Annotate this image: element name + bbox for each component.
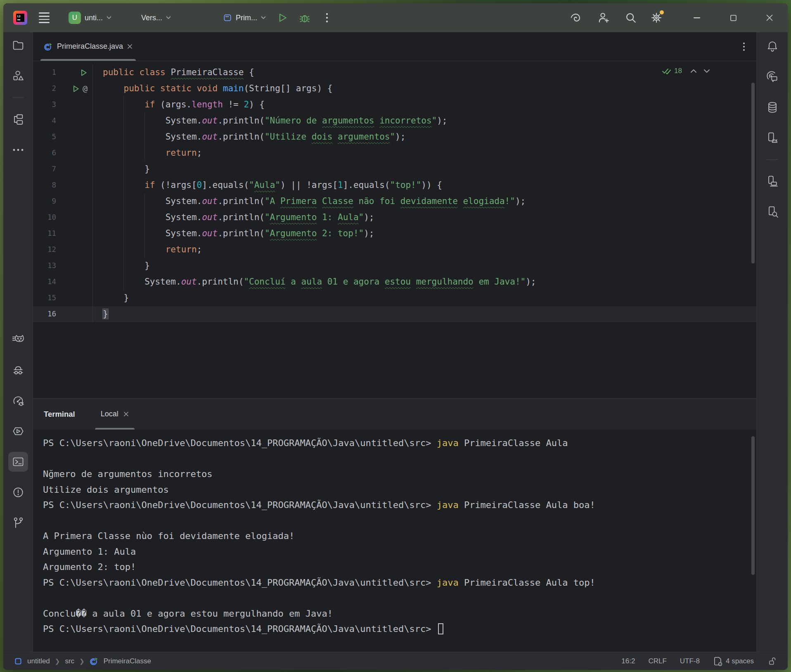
project-tool-button[interactable] xyxy=(8,36,28,55)
maximize-button[interactable] xyxy=(715,3,751,32)
intellij-logo-icon: IJ xyxy=(13,11,27,25)
breadcrumb-class[interactable]: PrimeiraClasse xyxy=(104,657,151,665)
cat-plugin-icon[interactable] xyxy=(8,330,28,349)
file-encoding[interactable]: UTF-8 xyxy=(680,657,700,665)
terminal-line: Utilize dois argumentos xyxy=(43,482,756,498)
debug-button[interactable] xyxy=(296,9,313,26)
breadcrumb[interactable]: untitled ❯ src ❯ PrimeiraClasse xyxy=(14,657,151,666)
java-class-icon xyxy=(44,42,53,51)
settings-button[interactable] xyxy=(648,9,665,26)
shapes-tool-button[interactable] xyxy=(8,66,28,86)
git-tool-button[interactable] xyxy=(8,513,28,533)
code-line[interactable]: 10 System.out.println("Argumento 1: Aula… xyxy=(33,209,756,226)
code-line[interactable]: 12 return; xyxy=(33,242,756,258)
terminal-line: PS C:\Users\raoni\OneDrive\Documentos\14… xyxy=(43,575,756,591)
terminal-tab-local[interactable]: Local xyxy=(94,399,135,430)
gutter xyxy=(56,97,92,113)
device-manager-tool-button[interactable] xyxy=(763,128,782,148)
code-text: System.out.println("Concluí a aula 01 e … xyxy=(92,274,756,290)
code-text: System.out.println("Utilize dois argumen… xyxy=(92,129,756,145)
prev-problem-icon[interactable] xyxy=(690,69,697,73)
code-with-me-button[interactable] xyxy=(595,9,612,26)
run-line-icon[interactable] xyxy=(72,85,80,93)
code-line[interactable]: 9 System.out.println("A Primera Classe n… xyxy=(33,193,756,209)
device-mirror-tool-button[interactable] xyxy=(763,171,782,191)
terminal-scrollbar[interactable] xyxy=(751,436,755,575)
structure-tool-button[interactable] xyxy=(8,109,28,129)
breadcrumb-project[interactable]: untitled xyxy=(27,657,50,665)
terminal-line: Argumento 1: Aula xyxy=(43,544,756,560)
more-tools-button[interactable] xyxy=(8,140,28,160)
editor-scrollbar[interactable] xyxy=(751,83,755,264)
terminal-line xyxy=(43,513,756,529)
code-line[interactable]: 5 System.out.println("Utilize dois argum… xyxy=(33,129,756,145)
chevron-down-icon xyxy=(166,16,171,19)
code-line[interactable]: 8 if (!args[0].equals("Aula") || !args[1… xyxy=(33,177,756,193)
problems-tool-button[interactable] xyxy=(8,482,28,502)
vcs-widget[interactable]: Vers... xyxy=(141,14,171,22)
minimize-button[interactable] xyxy=(679,3,715,32)
terminal-line: PS C:\Users\raoni\OneDrive\Documentos\14… xyxy=(43,497,756,513)
code-line[interactable]: 7 } xyxy=(33,161,756,177)
file-settings-icon xyxy=(713,656,723,667)
annotation-gutter-icon[interactable]: @ xyxy=(83,81,88,97)
document-search-tool-button[interactable] xyxy=(763,202,782,222)
toolbar-divider xyxy=(12,97,24,98)
database-tool-button[interactable] xyxy=(763,97,782,117)
code-line[interactable]: 11 System.out.println("Argumento 2: top!… xyxy=(33,226,756,242)
line-number: 2 xyxy=(33,81,56,97)
code-line[interactable]: 14 System.out.println("Concluí a aula 01… xyxy=(33,274,756,290)
inspections-widget[interactable]: 18 xyxy=(662,67,710,75)
tab-options-button[interactable] xyxy=(743,43,745,51)
search-everywhere-button[interactable] xyxy=(623,9,639,26)
next-problem-icon[interactable] xyxy=(703,69,710,73)
caret-position[interactable]: 16:2 xyxy=(621,657,635,665)
code-text: } xyxy=(92,306,756,322)
code-line[interactable]: 6 return; xyxy=(33,145,756,161)
code-line[interactable]: 16} xyxy=(33,306,756,322)
profiler-tool-button[interactable] xyxy=(8,391,28,411)
unlocked-icon[interactable] xyxy=(767,656,777,667)
ai-assistant-button[interactable] xyxy=(568,9,585,26)
code-text: System.out.println("A Primera Classe não… xyxy=(92,193,756,209)
run-configuration-widget[interactable]: Prim... xyxy=(223,13,266,22)
code-editor[interactable]: 1public class PrimeiraClasse {2@ public … xyxy=(33,61,756,398)
run-button[interactable] xyxy=(274,9,291,26)
code-text: } xyxy=(92,290,756,306)
code-line[interactable]: 1public class PrimeiraClasse { xyxy=(33,64,756,81)
run-config-icon xyxy=(223,13,232,22)
line-number: 13 xyxy=(33,258,56,274)
terminal-tool-button[interactable] xyxy=(8,452,28,472)
close-tab-icon[interactable] xyxy=(127,44,133,49)
right-toolbar xyxy=(756,32,788,652)
code-line[interactable]: 15 } xyxy=(33,290,756,306)
code-line[interactable]: 2@ public static void main(String[] args… xyxy=(33,81,756,97)
breadcrumb-src[interactable]: src xyxy=(65,657,74,665)
more-actions-button[interactable] xyxy=(319,9,335,26)
main-menu-button[interactable] xyxy=(39,12,50,23)
terminal-panel[interactable]: PS C:\Users\raoni\OneDrive\Documentos\14… xyxy=(33,430,756,652)
gutter: @ xyxy=(56,81,92,97)
ai-assistant-tool-button[interactable] xyxy=(763,67,782,87)
close-button[interactable] xyxy=(751,3,788,32)
code-line[interactable]: 13 } xyxy=(33,258,756,274)
code-text: return; xyxy=(92,242,756,258)
detective-hat-icon[interactable] xyxy=(8,360,28,380)
project-widget[interactable]: U unti... xyxy=(69,12,111,24)
run-line-icon[interactable] xyxy=(80,69,88,76)
close-terminal-tab-icon[interactable] xyxy=(123,411,129,417)
gutter xyxy=(56,113,92,129)
code-text: public static void main(String[] args) { xyxy=(92,81,756,97)
indent-setting[interactable]: 4 spaces xyxy=(713,656,754,667)
code-line[interactable]: 4 System.out.println("Número de argument… xyxy=(33,113,756,129)
tab-primeiraclasse-java[interactable]: PrimeiraClasse.java xyxy=(37,32,139,61)
line-number: 6 xyxy=(33,145,56,161)
code-text: if (args.length != 2) { xyxy=(92,97,756,113)
services-tool-button[interactable] xyxy=(8,421,28,441)
line-endings[interactable]: CRLF xyxy=(648,657,666,665)
code-line[interactable]: 3 if (args.length != 2) { xyxy=(33,97,756,113)
chevron-down-icon xyxy=(107,16,111,19)
terminal-line: PS C:\Users\raoni\OneDrive\Documentos\14… xyxy=(43,621,756,637)
terminal-line xyxy=(43,590,756,606)
notifications-tool-button[interactable] xyxy=(763,36,782,56)
